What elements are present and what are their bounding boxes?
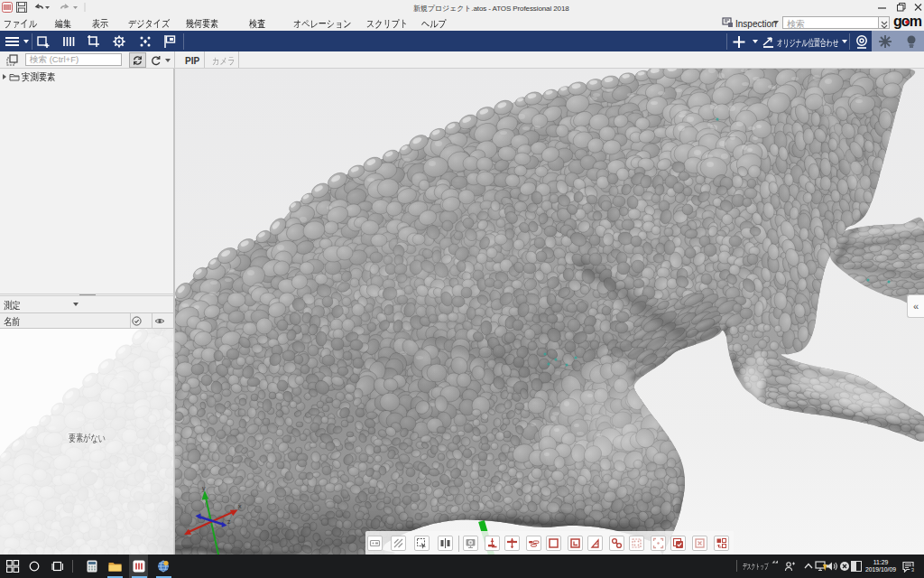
svg-text:y: y [202,485,206,492]
svg-text:z: z [227,518,231,525]
svg-text:x: x [238,503,242,509]
